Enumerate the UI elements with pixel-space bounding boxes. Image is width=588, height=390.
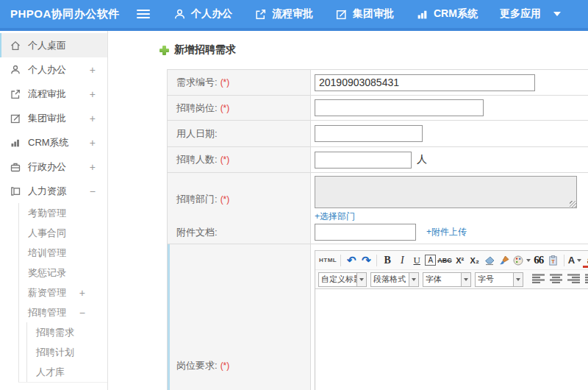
- sidebar-item-hr[interactable]: 人力资源 −: [0, 179, 107, 203]
- caret-down-icon: [553, 12, 561, 16]
- toolbar-separator: [564, 255, 564, 266]
- sidebar-item-recruitment[interactable]: 招聘管理 −: [19, 302, 107, 322]
- page-title: 新增招聘需求: [159, 43, 588, 57]
- align-left-icon[interactable]: [532, 273, 545, 286]
- toolbar-separator: [340, 255, 341, 266]
- field-label: 岗位要求: (*): [168, 244, 311, 390]
- flow-icon: [254, 8, 267, 21]
- align-right-icon[interactable]: [567, 273, 580, 286]
- edit-icon: [335, 8, 348, 21]
- position-input[interactable]: [315, 99, 484, 116]
- caret-down-icon: [461, 273, 470, 286]
- department-textarea[interactable]: [315, 176, 577, 208]
- topnav-group-approval[interactable]: 集团审批: [335, 7, 394, 21]
- undo-icon[interactable]: ↶: [345, 253, 358, 268]
- blockquote-button[interactable]: 66: [532, 253, 545, 268]
- editor-toolbar-row1: HTML ↶ ↷ B I U A ABC X² X₂: [315, 251, 588, 270]
- sidebar-item-group-approval[interactable]: 集团审批 +: [0, 106, 107, 130]
- bold-button[interactable]: B: [381, 253, 394, 268]
- field-label: 附件文档:: [168, 221, 311, 244]
- editor-toolbar-row2: 自定义标题 段落格式 字体: [315, 270, 588, 289]
- field-label: 需求编号: (*): [168, 70, 311, 95]
- caret-down-icon: [526, 259, 531, 262]
- field-label: 招聘岗位: (*): [168, 96, 311, 120]
- sidebar-item-salary[interactable]: 薪资管理 +: [19, 283, 107, 302]
- align-justify-icon[interactable]: [585, 273, 588, 286]
- caret-down-icon: [577, 259, 581, 262]
- subscript-button[interactable]: X₂: [468, 253, 481, 268]
- topnav-workflow-approval[interactable]: 流程审批: [254, 7, 313, 21]
- align-center-icon[interactable]: [550, 273, 562, 286]
- resize-handle-icon[interactable]: [570, 201, 576, 208]
- expand-toggle[interactable]: +: [79, 287, 85, 299]
- form-row-department: 招聘部门: (*) +选择部门: [168, 173, 588, 221]
- topnav-more-apps[interactable]: 更多应用: [500, 7, 561, 21]
- required-mark: (*): [220, 361, 230, 371]
- edit-icon: [10, 113, 21, 124]
- autotypeset-button[interactable]: A: [425, 255, 436, 266]
- svg-text:T: T: [551, 258, 555, 264]
- rich-text-editor: HTML ↶ ↷ B I U A ABC X² X₂: [315, 250, 588, 390]
- editor-content-area[interactable]: [315, 289, 588, 390]
- sidebar-item-attendance[interactable]: 考勤管理: [19, 203, 107, 223]
- paragraph-format-select[interactable]: 段落格式: [370, 272, 419, 287]
- plus-icon: [159, 46, 169, 55]
- sidebar-item-workflow-approval[interactable]: 流程审批 +: [0, 82, 107, 106]
- required-mark: (*): [220, 103, 230, 113]
- topnav-personal-office[interactable]: 个人办公: [173, 7, 232, 21]
- demand-no-input[interactable]: [315, 74, 535, 91]
- superscript-button[interactable]: X²: [453, 253, 467, 268]
- font-family-select[interactable]: 字体: [423, 272, 471, 287]
- caret-down-icon: [409, 273, 418, 286]
- sidebar-item-training[interactable]: 培训管理: [19, 243, 107, 263]
- sidebar-item-personal-office[interactable]: 个人办公 +: [0, 57, 107, 82]
- sidebar-item-recruit-demand[interactable]: 招聘需求: [27, 322, 107, 342]
- sidebar-item-admin-office[interactable]: 行政办公 +: [0, 155, 107, 179]
- app-logo: PHPOA协同办公软件: [0, 7, 137, 21]
- html-source-button[interactable]: HTML: [319, 253, 337, 268]
- expand-toggle[interactable]: +: [90, 161, 96, 173]
- menu-icon[interactable]: [137, 10, 150, 18]
- sidebar-item-desktop[interactable]: 个人桌面: [0, 33, 107, 57]
- collapse-toggle[interactable]: −: [79, 307, 85, 319]
- form-row-attachment: 附件文档: +附件上传: [168, 221, 588, 244]
- underline-button[interactable]: U: [410, 253, 423, 268]
- palette-icon[interactable]: [512, 253, 531, 268]
- custom-title-select[interactable]: 自定义标题: [318, 272, 367, 287]
- font-size-select[interactable]: 字号: [475, 272, 523, 287]
- format-brush-icon[interactable]: [498, 253, 511, 268]
- form-row-job-requirements: 岗位要求: (*) HTML ↶ ↷ B I U: [168, 244, 588, 390]
- caret-down-icon: [356, 273, 366, 286]
- paste-clipboard-icon[interactable]: T: [547, 253, 560, 268]
- user-icon: [173, 8, 186, 21]
- caret-down-icon: [513, 273, 523, 286]
- required-mark: (*): [220, 77, 230, 88]
- expand-toggle[interactable]: +: [90, 88, 96, 100]
- form-row-headcount: 招聘人数: (*) 人: [168, 147, 588, 173]
- expand-toggle[interactable]: +: [90, 64, 96, 76]
- sidebar-item-crm[interactable]: CRM系统 +: [0, 130, 107, 155]
- highlight-color-button[interactable]: a: [583, 253, 588, 268]
- sidebar-item-recruit-plan[interactable]: 招聘计划: [27, 342, 107, 362]
- strikethrough-button[interactable]: ABC: [437, 253, 452, 268]
- home-icon: [10, 40, 21, 52]
- sidebar-item-rewards[interactable]: 奖惩记录: [19, 263, 107, 283]
- eraser-icon[interactable]: [483, 253, 496, 268]
- italic-button[interactable]: I: [395, 253, 409, 268]
- font-color-button[interactable]: A: [568, 253, 581, 268]
- field-label: 用人日期:: [168, 121, 311, 146]
- redo-icon[interactable]: ↷: [359, 253, 373, 268]
- toolbar-separator: [376, 255, 377, 266]
- sidebar-item-hr-contract[interactable]: 人事合同: [19, 223, 107, 243]
- sidebar-item-talent-pool[interactable]: 人才库: [27, 362, 107, 382]
- attachment-upload-link[interactable]: +附件上传: [426, 226, 467, 238]
- hire-date-input[interactable]: [315, 125, 423, 142]
- expand-toggle[interactable]: +: [90, 113, 96, 124]
- field-label: 招聘部门: (*): [168, 173, 311, 226]
- attachment-input[interactable]: [315, 224, 416, 241]
- recruitment-submenu: 招聘需求 招聘计划 人才库: [26, 322, 107, 382]
- topnav-crm[interactable]: CRM系统: [416, 7, 478, 21]
- headcount-input[interactable]: [315, 152, 412, 169]
- collapse-toggle[interactable]: −: [90, 185, 96, 197]
- expand-toggle[interactable]: +: [90, 137, 96, 149]
